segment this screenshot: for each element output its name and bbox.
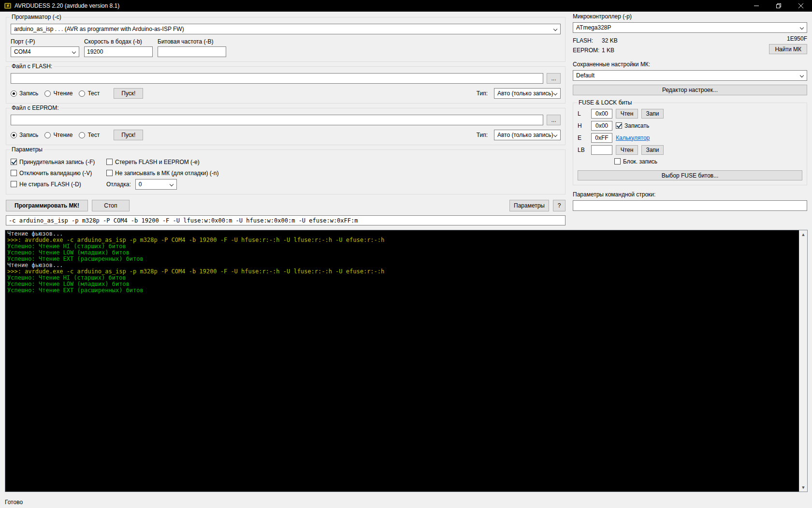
bitclock-field: Битовая частота (-B) xyxy=(158,38,226,57)
lockbits-read-button[interactable]: Чтен xyxy=(616,145,638,155)
lockbits-row: LB Чтен Запи xyxy=(578,144,802,156)
port-label: Порт (-P) xyxy=(11,38,79,45)
flash-write-radio-label: Запись xyxy=(19,90,38,97)
flash-file-input[interactable] xyxy=(11,73,543,84)
scrollbar-track[interactable] xyxy=(799,239,807,483)
scroll-down-icon[interactable]: ▼ xyxy=(799,483,807,492)
eeprom-format-select[interactable]: Авто (только запись) xyxy=(494,130,561,140)
set-fuses-label: Записать xyxy=(624,122,649,129)
lockbits-input[interactable] xyxy=(591,145,612,155)
bitclock-input[interactable] xyxy=(158,46,226,57)
detect-mcu-button[interactable]: Найти МК xyxy=(769,44,807,54)
mcu-section-label: Микроконтроллер (-p) xyxy=(573,13,807,20)
preset-editor-button[interactable]: Редактор настроек... xyxy=(573,85,807,95)
fuses-group-label: FUSE & LOCK биты xyxy=(577,99,633,106)
client-area: Программатор (-c) arduino_as_isp . . . (… xyxy=(0,12,812,492)
hfuse-row: H Записать xyxy=(578,120,802,132)
console-output[interactable]: Чтение фьюзов...>>>: avrdude.exe -c ardu… xyxy=(5,230,799,492)
chevron-down-icon xyxy=(553,27,557,31)
stop-button[interactable]: Стоп xyxy=(92,200,130,211)
hfuse-input[interactable] xyxy=(591,121,612,131)
preset-select-value: Default xyxy=(576,72,594,79)
checkbox-icon xyxy=(11,181,17,187)
eeprom-verify-radio[interactable]: Тест xyxy=(79,132,100,138)
maximize-restore-button[interactable] xyxy=(768,0,790,12)
flash-read-radio[interactable]: Чтение xyxy=(44,90,72,97)
eeprom-verify-radio-label: Тест xyxy=(87,132,100,138)
radio-icon xyxy=(44,132,51,138)
cmdline-preview-input[interactable] xyxy=(6,215,566,225)
console-line: Успешно: Чтение EXT (расширенных) битов xyxy=(7,256,797,262)
console-scrollbar[interactable]: ▲ ▼ xyxy=(799,230,807,492)
close-button[interactable] xyxy=(790,0,812,12)
app-window: AVRDUDESS 2.20 (avrdude version 8.1) Про… xyxy=(0,0,812,508)
set-fuses-checkbox[interactable]: Записать xyxy=(616,122,649,129)
flash-go-button[interactable]: Пуск! xyxy=(114,88,143,99)
radio-icon xyxy=(79,90,85,97)
checkbox-icon xyxy=(106,170,113,176)
program-button[interactable]: Программировать МК! xyxy=(6,200,88,211)
no-write-label: Не записывать в МК (для отладки) (-n) xyxy=(115,170,219,177)
options-group: Параметры Принудительная запись (-F) Отк… xyxy=(6,149,566,194)
eeprom-file-input[interactable] xyxy=(11,115,543,125)
fuses-read-button[interactable]: Чтен xyxy=(616,109,638,119)
disable-verify-checkbox[interactable]: Отключить валидацию (-V) xyxy=(11,170,106,177)
port-select-value: COM4 xyxy=(14,48,31,55)
debug-select-value: 0 xyxy=(139,181,142,188)
eeprom-browse-button[interactable]: ... xyxy=(547,115,561,125)
extra-args-input[interactable] xyxy=(573,200,807,211)
eeprom-size-label: EEPROM: xyxy=(573,47,602,54)
debug-select[interactable]: 0 xyxy=(135,179,177,190)
fuses-write-button[interactable]: Запи xyxy=(641,109,664,119)
flash-file-row: ... xyxy=(11,73,561,84)
flash-write-radio[interactable]: Запись xyxy=(11,90,38,97)
scroll-up-icon[interactable]: ▲ xyxy=(799,230,807,239)
mcu-info: FLASH: 32 KB EEPROM: 1 KB 1E950F Найти М… xyxy=(573,36,807,55)
flash-verify-radio[interactable]: Тест xyxy=(79,90,100,97)
debug-label: Отладка: xyxy=(106,181,131,188)
preset-select[interactable]: Default xyxy=(573,70,807,81)
lfuse-input[interactable] xyxy=(591,109,612,119)
lock-write-label: Блок. запись xyxy=(623,158,657,165)
app-options-button[interactable]: Параметры xyxy=(509,200,549,211)
port-select[interactable]: COM4 xyxy=(11,46,79,57)
mcu-side: 1E950F Найти МК xyxy=(769,36,807,55)
eeprom-read-radio[interactable]: Чтение xyxy=(44,132,72,138)
mcu-select[interactable]: ATmega328P xyxy=(573,22,807,33)
flash-group: Файл с FLASH: ... Запись Чтение xyxy=(6,66,566,104)
eeprom-size-row: EEPROM: 1 KB xyxy=(573,45,769,55)
eeprom-write-radio[interactable]: Запись xyxy=(11,132,38,138)
eeprom-go-button[interactable]: Пуск! xyxy=(114,130,143,140)
baud-label: Скорость в бодах (-b) xyxy=(84,38,153,45)
no-write-checkbox[interactable]: Не записывать в МК (для отладки) (-n) xyxy=(106,170,561,177)
status-text: Готово xyxy=(5,499,23,506)
fuse-calculator-link[interactable]: Калькулятор xyxy=(616,134,650,141)
flash-format-value: Авто (только запись) xyxy=(497,90,553,97)
flash-browse-button[interactable]: ... xyxy=(547,73,561,84)
flash-format-select[interactable]: Авто (только запись) xyxy=(494,88,561,99)
baud-input[interactable] xyxy=(84,46,153,57)
force-write-checkbox[interactable]: Принудительная запись (-F) xyxy=(11,159,106,165)
eeprom-file-row: ... xyxy=(11,115,561,125)
flash-format-label: Тип: xyxy=(477,90,488,97)
port-field: Порт (-P) COM4 xyxy=(11,38,79,57)
efuse-label: E xyxy=(578,134,588,141)
efuse-input[interactable] xyxy=(591,133,612,143)
programmer-select[interactable]: arduino_as_isp . . . (AVR as programmer … xyxy=(11,24,561,34)
lock-write-row: Блок. запись xyxy=(578,156,802,167)
lock-write-checkbox[interactable]: Блок. запись xyxy=(614,158,657,165)
checkbox-icon xyxy=(106,159,113,165)
no-erase-flash-checkbox[interactable]: Не стирать FLASH (-D) xyxy=(11,181,106,188)
debug-row: Отладка: 0 xyxy=(106,179,561,190)
flash-read-radio-label: Чтение xyxy=(53,90,72,97)
action-row: Программировать МК! Стоп Параметры ? xyxy=(6,200,566,211)
erase-all-checkbox[interactable]: Стереть FLASH и EEPROM (-e) xyxy=(106,159,561,165)
help-button[interactable]: ? xyxy=(553,200,566,211)
minimize-button[interactable] xyxy=(745,0,768,12)
chevron-down-icon xyxy=(72,50,76,54)
lockbits-write-button[interactable]: Запи xyxy=(641,145,664,155)
radio-icon xyxy=(11,90,17,97)
presets-section-label: Сохраненные настройки МК: xyxy=(573,61,807,68)
fuse-selector-button[interactable]: Выбор FUSE битов... xyxy=(578,170,802,180)
eeprom-group: Файл с EEPROM: ... Запись Чтение xyxy=(6,108,566,145)
